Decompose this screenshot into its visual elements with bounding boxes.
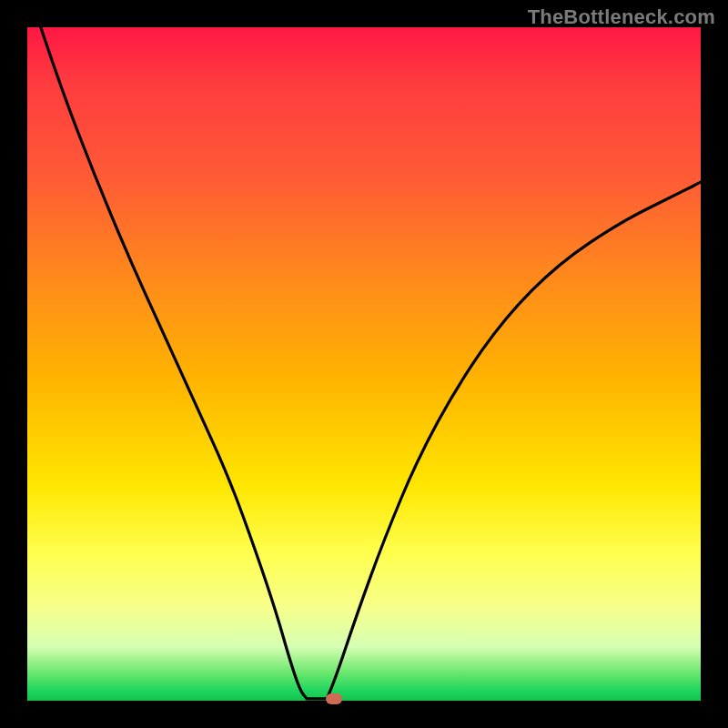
watermark-text: TheBottleneck.com [528,5,715,29]
plot-area [27,27,701,701]
chart-frame: TheBottleneck.com [0,0,728,728]
bottleneck-curve [27,27,701,701]
curve-path [41,27,701,699]
valley-marker [326,693,342,704]
